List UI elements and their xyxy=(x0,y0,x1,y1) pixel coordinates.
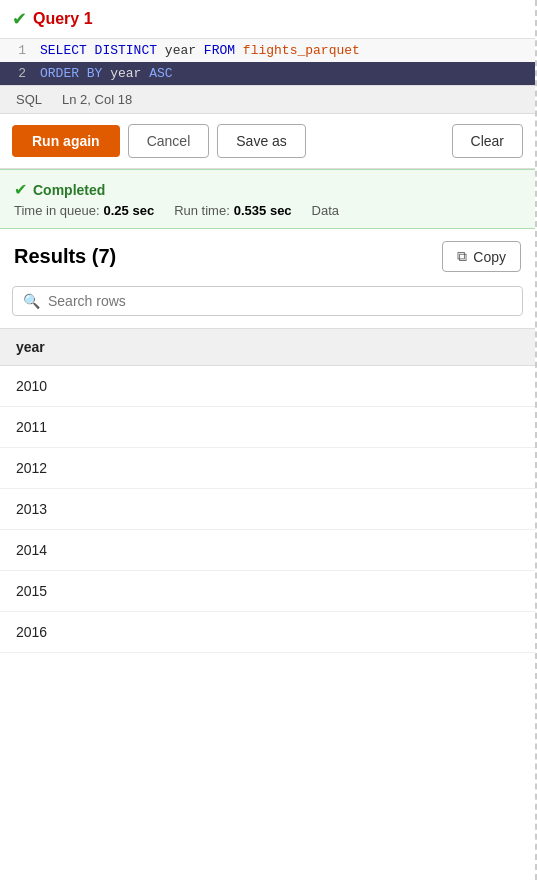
completed-stats: Time in queue: 0.25 sec Run time: 0.535 … xyxy=(14,203,521,218)
completed-check-icon: ✔ xyxy=(14,180,27,199)
data-label: Data xyxy=(312,203,339,218)
table-name: flights_parquet xyxy=(243,43,360,58)
completed-label: Completed xyxy=(33,182,105,198)
search-icon: 🔍 xyxy=(23,293,40,309)
keyword-asc: ASC xyxy=(149,66,172,81)
results-header: Results (7) ⧉ Copy xyxy=(0,229,535,280)
table-row: 2012 xyxy=(0,448,535,489)
completed-top: ✔ Completed xyxy=(14,180,521,199)
keyword-orderby: ORDER BY xyxy=(40,66,110,81)
cell-year: 2013 xyxy=(0,489,535,530)
cell-year: 2015 xyxy=(0,571,535,612)
cursor-position: Ln 2, Col 18 xyxy=(62,92,132,107)
copy-icon: ⧉ xyxy=(457,248,467,265)
keyword-from: FROM xyxy=(204,43,243,58)
code-line-1[interactable]: 1 SELECT DISTINCT year FROM flights_parq… xyxy=(0,39,535,62)
cell-year: 2016 xyxy=(0,612,535,653)
col-year: year xyxy=(165,43,204,58)
results-count: (7) xyxy=(92,245,116,267)
table-header-row: year xyxy=(0,329,535,366)
code-text-1: SELECT DISTINCT year FROM flights_parque… xyxy=(36,41,535,60)
table-row: 2015 xyxy=(0,571,535,612)
completed-banner: ✔ Completed Time in queue: 0.25 sec Run … xyxy=(0,169,535,229)
table-row: 2016 xyxy=(0,612,535,653)
cell-year: 2010 xyxy=(0,366,535,407)
query-title: Query 1 xyxy=(33,10,93,28)
table-row: 2014 xyxy=(0,530,535,571)
runtime-label: Run time: xyxy=(174,203,230,218)
results-title-group: Results (7) xyxy=(14,245,116,268)
cell-year: 2012 xyxy=(0,448,535,489)
cell-year: 2014 xyxy=(0,530,535,571)
run-again-button[interactable]: Run again xyxy=(12,125,120,157)
code-text-2: ORDER BY year ASC xyxy=(36,64,535,83)
check-icon: ✔ xyxy=(12,8,27,30)
cancel-button[interactable]: Cancel xyxy=(128,124,210,158)
line-number-1: 1 xyxy=(0,43,36,58)
table-row: 2011 xyxy=(0,407,535,448)
query-header: ✔ Query 1 xyxy=(0,0,535,39)
search-bar[interactable]: 🔍 xyxy=(12,286,523,316)
results-table: year 2010201120122013201420152016 xyxy=(0,328,535,653)
keyword-select: SELECT DISTINCT xyxy=(40,43,165,58)
code-editor[interactable]: 1 SELECT DISTINCT year FROM flights_parq… xyxy=(0,39,535,86)
table-row: 2010 xyxy=(0,366,535,407)
save-as-button[interactable]: Save as xyxy=(217,124,306,158)
table-row: 2013 xyxy=(0,489,535,530)
code-line-2[interactable]: 2 ORDER BY year ASC xyxy=(0,62,535,85)
results-title: Results xyxy=(14,245,92,267)
cell-year: 2011 xyxy=(0,407,535,448)
search-input[interactable] xyxy=(48,293,512,309)
col-year-2: year xyxy=(110,66,149,81)
queue-label: Time in queue: xyxy=(14,203,100,218)
line-number-2: 2 xyxy=(0,66,36,81)
copy-label: Copy xyxy=(473,249,506,265)
copy-button[interactable]: ⧉ Copy xyxy=(442,241,521,272)
runtime-value: 0.535 sec xyxy=(234,203,292,218)
column-year-header: year xyxy=(0,329,535,366)
language-label: SQL xyxy=(16,92,42,107)
status-bar: SQL Ln 2, Col 18 xyxy=(0,86,535,114)
clear-button[interactable]: Clear xyxy=(452,124,523,158)
toolbar: Run again Cancel Save as Clear xyxy=(0,114,535,169)
queue-value: 0.25 sec xyxy=(104,203,155,218)
